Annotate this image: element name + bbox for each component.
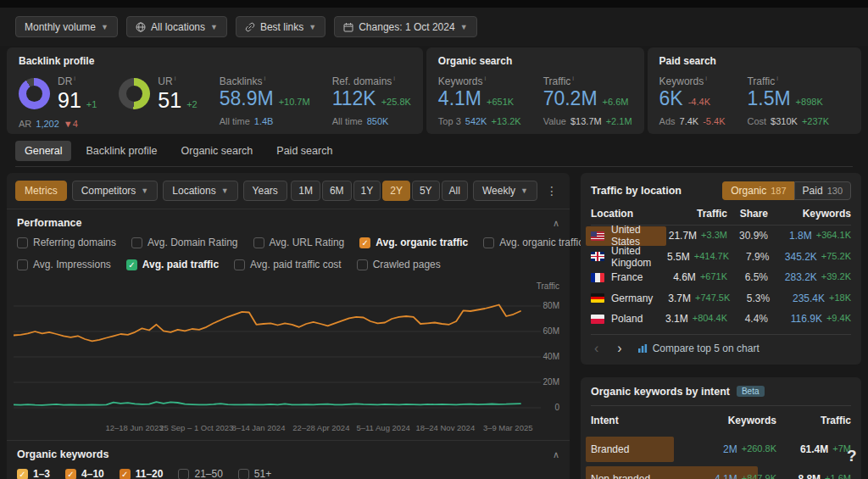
ar-value: 1,202 [36, 119, 59, 129]
table-row[interactable]: Germany 3.7M+747.5K 5.3% 235.4K+18K [591, 288, 851, 309]
granularity-dropdown[interactable]: Weekly ▼ [473, 181, 537, 201]
range-6m-button[interactable]: 6M [322, 181, 352, 201]
top3-label: Top 3 [438, 116, 461, 126]
paid-keywords-value[interactable]: 6K [659, 87, 683, 110]
traffic-value: 3.7M [668, 292, 691, 304]
tab-paid-search[interactable]: Paid search [267, 141, 342, 161]
table-row[interactable]: United Kingdom 5.5M+414.7K 7.9% 345.2K+7… [591, 247, 851, 268]
ref-domains-alltime-label: All time [332, 116, 363, 126]
checkbox-avg-paid-traffic-cost[interactable]: Avg. paid traffic cost [234, 259, 342, 270]
traffic-value-amount: $13.7M [570, 116, 602, 126]
keywords-value[interactable]: 2M [723, 443, 737, 455]
range-all-button[interactable]: All [442, 181, 468, 201]
ref-domains-alltime-value[interactable]: 850K [367, 116, 389, 126]
organic-traffic-value[interactable]: 70.2M [543, 87, 598, 110]
performance-chart[interactable]: 020M40M60M80MTraffic 12–18 Jun 2023 25 S… [14, 279, 563, 437]
best-links-dropdown[interactable]: Best links ▼ [236, 16, 326, 37]
locations-filter-label: Locations [172, 185, 215, 197]
locations-filter-dropdown[interactable]: Locations ▼ [163, 181, 237, 201]
tab-backlink-profile[interactable]: Backlink profile [76, 141, 166, 161]
checkbox-crawled-pages[interactable]: Crawled pages [357, 259, 441, 270]
top3-value[interactable]: 542K [465, 116, 487, 126]
years-button[interactable]: Years [243, 181, 287, 201]
dr-value: 91 [58, 88, 81, 113]
tab-organic-search[interactable]: Organic search [172, 141, 263, 161]
more-options-icon[interactable]: ⋮ [542, 184, 561, 198]
paid-toggle-button[interactable]: Paid 130 [794, 181, 851, 200]
checkbox-rank-21-50[interactable]: 21–50 [178, 468, 222, 479]
ar-label: AR [19, 119, 31, 129]
share-value: 5.3% [730, 292, 770, 304]
traffic-value-delta: +2.1M [606, 116, 632, 126]
checkbox-avg-domain-rating[interactable]: Avg. Domain Rating [131, 237, 238, 248]
checkbox-icon [253, 237, 264, 248]
checkbox-rank-51plus[interactable]: 51+ [238, 468, 271, 479]
checkbox-rank-1-3[interactable]: 1–3 [17, 468, 50, 479]
right-column: Traffic by location Organic 187 Paid 130… [581, 173, 861, 479]
previous-page-icon[interactable]: ‹ [591, 341, 602, 356]
checkbox-avg-impressions[interactable]: Avg. Impressions [17, 259, 111, 270]
keywords-value[interactable]: 235.4K [793, 292, 825, 304]
checkbox-avg-paid-traffic[interactable]: Avg. paid traffic [126, 259, 219, 270]
checkbox-icon [238, 469, 249, 479]
tab-general[interactable]: General [15, 141, 71, 161]
next-page-icon[interactable]: › [614, 341, 625, 356]
organic-toggle-button[interactable]: Organic 187 [722, 181, 793, 200]
traffic-value: 61.4M [800, 443, 828, 455]
range-1m-button[interactable]: 1M [291, 181, 320, 201]
help-button[interactable]: ? [847, 447, 857, 465]
range-1y-button[interactable]: 1Y [353, 181, 381, 201]
changes-date-label: Changes: 1 Oct 2024 [359, 21, 454, 33]
checkbox-referring-domains[interactable]: Referring domains [17, 237, 116, 248]
monthly-volume-label: Monthly volume [25, 21, 96, 33]
collapse-chevron-icon[interactable]: ∧ [553, 449, 559, 460]
keywords-by-intent-panel: Organic keywords by intent Beta Intent K… [581, 377, 861, 479]
collapse-chevron-icon[interactable]: ∧ [553, 218, 559, 229]
organic-toggle-label: Organic [731, 185, 766, 197]
chevron-down-icon: ▼ [309, 23, 316, 31]
keywords-value[interactable]: 116.9K [791, 313, 822, 325]
location-table-header: Location Traffic Share Keywords [591, 200, 851, 226]
keywords-value[interactable]: 1.8M [789, 230, 812, 242]
keywords-value[interactable]: 345.2K [785, 251, 817, 263]
svg-text:80M: 80M [543, 301, 559, 310]
table-row[interactable]: United States 21.7M+3.3M 30.9% 1.8M+364.… [591, 226, 851, 247]
table-row[interactable]: Poland 3.1M+804.4K 4.4% 116.9K+9.4K [591, 309, 851, 330]
locations-dropdown[interactable]: All locations ▼ [126, 16, 227, 37]
beta-badge: Beta [737, 386, 765, 397]
competitors-dropdown[interactable]: Competitors ▼ [72, 181, 159, 201]
checkbox-rank-11-20[interactable]: 11–20 [120, 468, 164, 479]
header-intent: Intent [591, 415, 685, 426]
keywords-value[interactable]: 283.2K [785, 271, 817, 283]
checkbox-rank-4-10[interactable]: 4–10 [65, 468, 104, 479]
ur-label: UR [158, 75, 197, 87]
checkbox-icon [359, 237, 370, 248]
table-row[interactable]: France 4.6M+671K 6.5% 283.2K+39.2K [591, 267, 851, 288]
table-row[interactable]: Non-branded 4.1M+847.9K 8.8M+1.6M [591, 466, 851, 479]
traffic-delta: +747.5K [695, 292, 730, 304]
compare-top5-label: Compare top 5 on chart [653, 343, 760, 354]
metrics-button[interactable]: Metrics [15, 181, 67, 201]
paid-traffic-label: Traffic [747, 75, 829, 87]
traffic-value: 4.6M [673, 271, 696, 283]
paid-search-panel: Paid search Keywords 6K -4.4K Ads 7.4K -… [648, 47, 861, 134]
range-5y-button[interactable]: 5Y [412, 181, 440, 201]
checkbox-avg-organic-traffic[interactable]: Avg. organic traffic [359, 237, 468, 248]
compare-top5-link[interactable]: Compare top 5 on chart [637, 343, 760, 354]
range-2y-button[interactable]: 2Y [382, 181, 410, 201]
table-row[interactable]: Branded 2M+260.8K 61.4M+7M [591, 437, 851, 462]
backlinks-alltime-value[interactable]: 1.4B [254, 116, 274, 126]
paid-traffic-delta: +898K [796, 97, 823, 107]
changes-date-dropdown[interactable]: Changes: 1 Oct 2024 ▼ [334, 16, 476, 37]
backlinks-value[interactable]: 58.9M [220, 87, 274, 110]
organic-keywords-value[interactable]: 4.1M [438, 87, 481, 110]
ref-domains-value[interactable]: 112K [332, 87, 376, 110]
monthly-volume-dropdown[interactable]: Monthly volume ▼ [15, 16, 118, 37]
checkbox-avg-url-rating[interactable]: Avg. URL Rating [253, 237, 345, 248]
x-tick: 18–24 Nov 2024 [415, 423, 475, 432]
checkbox-icon [120, 469, 131, 479]
ref-domains-delta: +25.8K [381, 97, 411, 107]
paid-traffic-value[interactable]: 1.5M [747, 87, 790, 110]
keywords-value[interactable]: 4.1M [715, 473, 737, 479]
globe-icon [136, 22, 146, 32]
